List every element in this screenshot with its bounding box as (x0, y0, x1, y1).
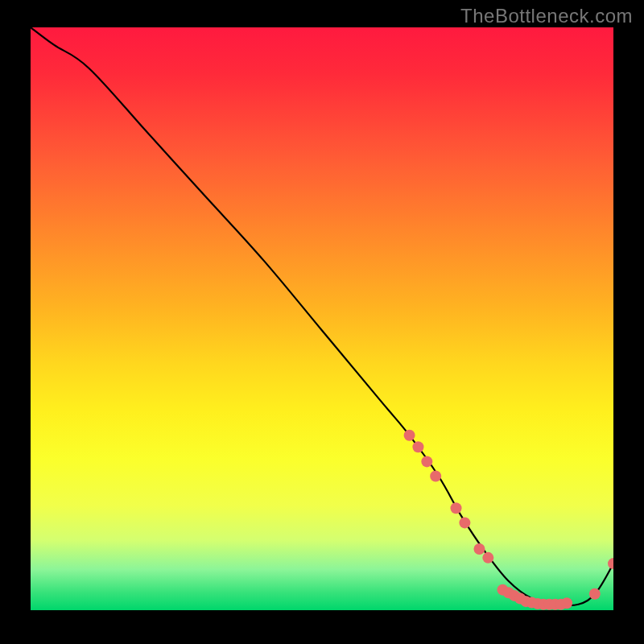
chart-svg (31, 27, 613, 610)
chart-marker (608, 558, 613, 569)
chart-marker (589, 588, 601, 600)
watermark-text: TheBottleneck.com (460, 5, 633, 27)
chart-marker (430, 470, 441, 481)
chart-marker (482, 552, 493, 564)
chart-marker (451, 502, 462, 514)
plot-area (31, 27, 613, 610)
chart-marker (459, 517, 470, 528)
chart-marker (404, 430, 415, 441)
chart-marker (561, 597, 572, 609)
bottleneck-curve (31, 27, 613, 605)
chart-markers (404, 430, 613, 610)
chart-stage: TheBottleneck.com (0, 0, 644, 644)
chart-marker (473, 543, 485, 555)
chart-marker (421, 456, 432, 467)
chart-marker (412, 441, 423, 452)
